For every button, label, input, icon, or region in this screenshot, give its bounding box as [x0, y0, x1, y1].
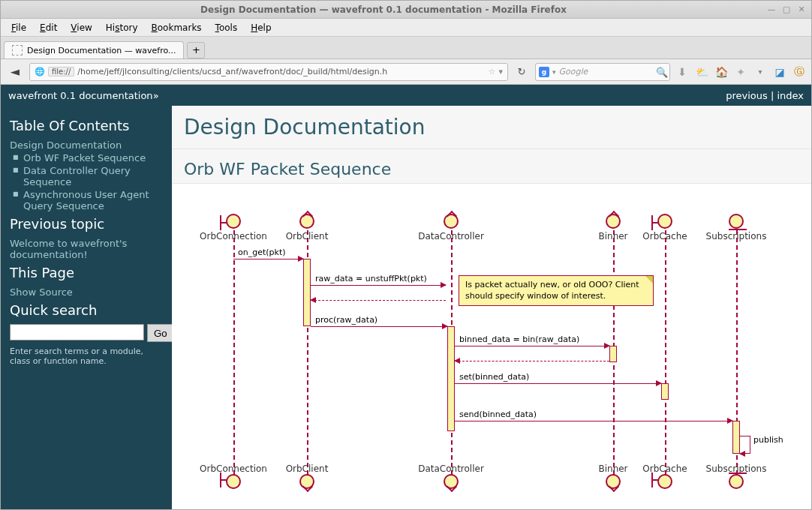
url-dropdown-icon[interactable]: ▾	[498, 67, 503, 76]
relbar: wavefront 0.1 documentation » previous |…	[1, 85, 811, 106]
back-button[interactable]: ◄	[5, 62, 25, 82]
actor-head-icon	[444, 214, 459, 229]
message-arrow: set(binned_data)	[455, 383, 661, 384]
download-icon[interactable]: ⬇	[675, 64, 690, 80]
actor-head-icon	[606, 214, 621, 229]
menu-edit[interactable]: Edit	[34, 21, 63, 34]
prev-topic-link[interactable]: Welcome to wavefront's documentation!	[10, 238, 127, 260]
weather-icon[interactable]: ⛅	[694, 64, 709, 80]
quicksearch-hint: Enter search terms or a module, class or…	[10, 346, 163, 366]
actor-label: OrbClient	[286, 464, 329, 474]
activation-bar	[303, 259, 311, 326]
close-button[interactable]: ✕	[796, 4, 807, 15]
message-arrow: proc(raw_data)	[311, 326, 447, 327]
tab-label: Design Documentation — wavefro...	[27, 46, 176, 56]
sidebar: Table Of Contents Design Documentation O…	[1, 106, 172, 509]
menu-history[interactable]: History	[100, 21, 144, 34]
thispage-heading: This Page	[10, 265, 163, 280]
actor-label: OrbCache	[642, 464, 687, 474]
activation-bar	[447, 326, 455, 431]
menu-bookmarks[interactable]: Bookmarks	[146, 21, 208, 34]
activation-bar	[661, 383, 669, 400]
actor-label: OrbConnection	[200, 231, 267, 242]
actor-label: OrbConnection	[200, 464, 267, 474]
actor-head-icon	[729, 214, 744, 229]
page-icon	[12, 45, 23, 56]
toc-heading: Table Of Contents	[10, 118, 163, 134]
link-previous[interactable]: previous	[726, 90, 768, 101]
message-arrow: send(binned_data)	[455, 421, 732, 422]
url-scheme: file://	[48, 67, 74, 76]
actor-foot-icon	[444, 474, 459, 489]
toc-item-1[interactable]: Data Controller Query Sequence	[23, 165, 131, 188]
titlebar: Design Documentation — wavefront 0.1 doc…	[1, 1, 811, 19]
search-icon[interactable]: 🔍	[656, 67, 666, 77]
actor-foot-icon	[299, 474, 314, 489]
search-dropdown-icon[interactable]: ▾	[552, 68, 556, 76]
activation-bar	[609, 346, 617, 362]
google-icon: g	[539, 67, 549, 77]
breadcrumb-sep: »	[153, 90, 159, 101]
url-bar[interactable]: 🌐 file:// /home/jeff/jlconsulting/client…	[29, 63, 508, 81]
actor-label: OrbClient	[286, 231, 329, 242]
home-icon[interactable]: 🏠	[714, 64, 729, 80]
menubar: File Edit View History Bookmarks Tools H…	[1, 19, 811, 37]
actor-foot-icon	[729, 474, 744, 489]
breadcrumb-root[interactable]: wavefront 0.1 documentation	[8, 90, 153, 101]
actor-foot-icon	[657, 474, 672, 489]
actor-label: DataController	[418, 231, 484, 242]
message-return	[455, 361, 609, 362]
extension-icon-2[interactable]: Ⓖ	[792, 64, 807, 80]
search-placeholder: Google	[559, 67, 588, 76]
page-viewport: wavefront 0.1 documentation » previous |…	[1, 85, 811, 509]
reload-button[interactable]: ↻	[513, 66, 531, 77]
bookmark-star-icon[interactable]: ☆	[489, 67, 496, 76]
actor-head-icon	[657, 214, 672, 229]
tab-active[interactable]: Design Documentation — wavefro...	[4, 41, 184, 58]
message-return	[311, 300, 446, 301]
message-arrow: on_get(pkt)	[233, 259, 303, 260]
actor-foot-icon	[606, 474, 621, 489]
search-box[interactable]: g ▾ Google 🔍	[535, 63, 670, 81]
show-source-link[interactable]: Show Source	[10, 286, 73, 298]
activation-bar	[732, 421, 740, 454]
window-title: Design Documentation — wavefront 0.1 doc…	[5, 4, 762, 15]
actor-head-icon	[226, 214, 241, 229]
relbar-right: previous | index	[726, 90, 804, 101]
actor-label: Subscriptions	[706, 231, 767, 242]
actor-label: DataController	[418, 464, 484, 474]
menu-tools[interactable]: Tools	[209, 21, 244, 34]
content-area[interactable]: Design Documentation Orb WF Packet Seque…	[172, 106, 811, 509]
sequence-diagram: OrbConnection OrbConnection OrbClient Or…	[181, 191, 781, 509]
toc-item-2[interactable]: Asynchronous User Agent Query Sequence	[23, 189, 149, 212]
menu-view[interactable]: View	[65, 21, 98, 34]
quicksearch-go-button[interactable]	[147, 324, 172, 342]
maximize-button[interactable]: ▢	[781, 4, 792, 15]
quicksearch-input[interactable]	[10, 324, 144, 340]
new-tab-button[interactable]: +	[187, 42, 205, 58]
actor-head-icon	[299, 214, 314, 229]
menu-file[interactable]: File	[5, 21, 32, 34]
actor-label: OrbCache	[642, 231, 687, 242]
page-body: Table Of Contents Design Documentation O…	[1, 106, 811, 509]
page-h2: Orb WF Packet Sequence	[172, 149, 811, 184]
quicksearch-heading: Quick search	[10, 302, 163, 318]
navbar: ◄ 🌐 file:// /home/jeff/jlconsulting/clie…	[1, 59, 811, 85]
tabbar: Design Documentation — wavefro... +	[1, 37, 811, 59]
diagram-note: Is packet actually new, or old OOO? Clie…	[459, 275, 654, 306]
sparkle-icon[interactable]: ✦	[733, 64, 748, 80]
url-path: /home/jeff/jlconsulting/clients/ucsd_anf…	[77, 67, 485, 76]
toc-root[interactable]: Design Documentation	[10, 140, 122, 151]
firefox-window: Design Documentation — wavefront 0.1 doc…	[0, 0, 812, 510]
page-h1: Design Documentation	[172, 106, 811, 149]
menu-help[interactable]: Help	[245, 21, 277, 34]
globe-icon: 🌐	[35, 67, 45, 76]
actor-foot-icon	[226, 474, 241, 489]
toc-item-0[interactable]: Orb WF Packet Sequence	[23, 152, 146, 164]
self-message: publish	[740, 436, 750, 454]
extension-icon-1[interactable]: ◪	[772, 64, 787, 80]
minimize-button[interactable]: —	[766, 4, 777, 15]
link-index[interactable]: index	[777, 90, 804, 101]
prev-topic-heading: Previous topic	[10, 216, 163, 232]
menu-dropdown-icon[interactable]: ▾	[753, 64, 768, 80]
